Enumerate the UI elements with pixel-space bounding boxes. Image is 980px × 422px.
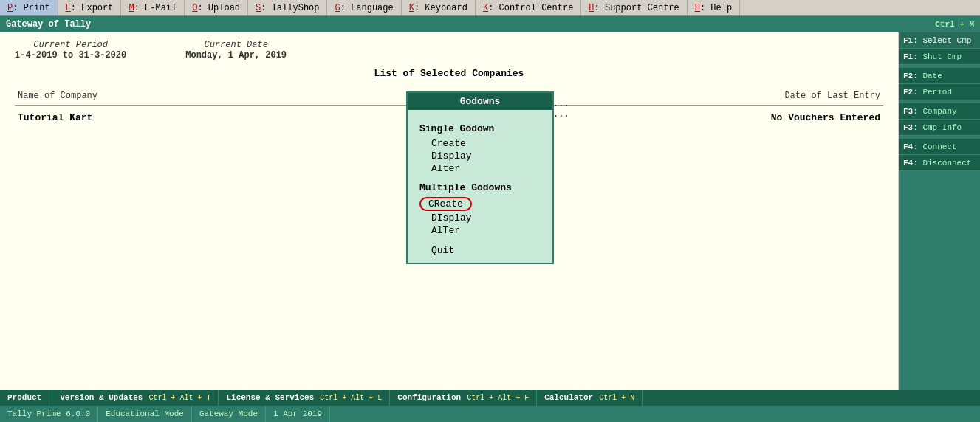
sidebar-btn-shut-cmp[interactable]: F1: Shut Cmp bbox=[899, 49, 980, 65]
bottom2-date: 1 Apr 2019 bbox=[266, 406, 330, 422]
multiple-godown-create[interactable]: CReate bbox=[419, 197, 472, 211]
multiple-godown-create-wrapper: CReate bbox=[419, 196, 541, 212]
left-content: Current Period 1-4-2019 to 31-3-2020 Cur… bbox=[0, 32, 899, 390]
menu-tallyshop[interactable]: S: TallyShop bbox=[248, 0, 327, 15]
menu-export[interactable]: E: Export bbox=[58, 0, 122, 15]
godowns-popup: Godowns Single Godown Create Display Alt… bbox=[406, 91, 554, 264]
sidebar-spacer bbox=[899, 171, 980, 390]
sidebar-btn-connect[interactable]: F4: Connect bbox=[899, 139, 980, 155]
gateway-title: Gateway of Tally bbox=[6, 19, 91, 30]
bottom-bar: Product Version & Updates Ctrl + Alt + T… bbox=[0, 390, 980, 406]
sidebar-btn-cmp-info[interactable]: F3: Cmp Info bbox=[899, 120, 980, 136]
bottom-version-updates[interactable]: Version & Updates Ctrl + Alt + T bbox=[52, 390, 219, 406]
sidebar-btn-disconnect[interactable]: F4: Disconnect bbox=[899, 155, 980, 171]
right-sidebar: F1: Select Cmp F1: Shut Cmp F2: Date F2:… bbox=[899, 32, 980, 390]
current-date-value: Monday, 1 Apr, 2019 bbox=[185, 50, 287, 60]
col-company-name: Name of Company bbox=[18, 91, 97, 101]
period-section: Current Period 1-4-2019 to 31-3-2020 Cur… bbox=[15, 40, 883, 60]
sidebar-btn-select-cmp[interactable]: F1: Select Cmp bbox=[899, 32, 980, 49]
multiple-godown-label: Multiple Godowns bbox=[419, 182, 541, 193]
bottom-product[interactable]: Product bbox=[0, 390, 52, 406]
bottom-bar2: Tally Prime 6.0.0 Educational Mode Gatew… bbox=[0, 406, 980, 422]
list-selected-companies-title: List of Selected Companies bbox=[15, 68, 883, 79]
menu-email[interactable]: M: E-Mail bbox=[121, 0, 185, 15]
menu-keyboard[interactable]: K: Keyboard bbox=[402, 0, 476, 15]
single-godown-alter[interactable]: Alter bbox=[419, 162, 541, 175]
sidebar-btn-company[interactable]: F3: Company bbox=[899, 103, 980, 120]
menu-print[interactable]: P: Print bbox=[0, 0, 58, 15]
bottom-configuration[interactable]: Configuration Ctrl + Alt + F bbox=[390, 390, 537, 406]
single-godown-label: Single Godown bbox=[419, 123, 541, 134]
single-godown-display[interactable]: Display bbox=[419, 150, 541, 162]
company-name: Tutorial Kart bbox=[18, 112, 92, 123]
godowns-title: Godowns bbox=[408, 93, 552, 110]
bottom-license-services[interactable]: License & Services Ctrl + Alt + L bbox=[219, 390, 390, 406]
godowns-body: Single Godown Create Display Alter Multi… bbox=[408, 110, 552, 263]
bottom2-educational-mode: Educational Mode bbox=[98, 406, 192, 422]
sidebar-btn-date[interactable]: F2: Date bbox=[899, 68, 980, 84]
menu-upload[interactable]: O: Upload bbox=[185, 0, 248, 15]
col-last-entry: Date of Last Entry bbox=[784, 91, 880, 101]
current-period-label: Current Period bbox=[15, 40, 126, 50]
quit-button[interactable]: Quit bbox=[431, 244, 541, 257]
menu-help[interactable]: H: Help bbox=[688, 0, 740, 15]
menu-language[interactable]: G: Language bbox=[327, 0, 401, 15]
current-period-block: Current Period 1-4-2019 to 31-3-2020 bbox=[15, 40, 126, 60]
company-last-entry: No Vouchers Entered bbox=[771, 112, 880, 123]
menu-support-centre[interactable]: H: Support Centre bbox=[581, 0, 687, 15]
multiple-godown-alter[interactable]: AlTer bbox=[419, 224, 541, 237]
bottom-calculator[interactable]: Calculator Ctrl + N bbox=[537, 390, 643, 406]
menu-control-centre[interactable]: K: Control Centre bbox=[476, 0, 581, 15]
bottom2-gateway-mode: Gateway Mode bbox=[192, 406, 266, 422]
single-godown-create[interactable]: Create bbox=[419, 137, 541, 150]
gateway-title-bar: Gateway of Tally Ctrl + M bbox=[0, 16, 980, 32]
bottom2-product-version: Tally Prime 6.0.0 bbox=[0, 406, 98, 422]
gateway-shortcut: Ctrl + M bbox=[935, 20, 974, 29]
current-date-label: Current Date bbox=[185, 40, 287, 50]
top-menu-bar: P: Print E: Export M: E-Mail O: Upload S… bbox=[0, 0, 980, 16]
current-period-value: 1-4-2019 to 31-3-2020 bbox=[15, 50, 126, 60]
quit-section: Quit bbox=[419, 244, 541, 257]
current-date-block: Current Date Monday, 1 Apr, 2019 bbox=[185, 40, 287, 60]
sidebar-btn-period[interactable]: F2: Period bbox=[899, 84, 980, 100]
multiple-godown-display[interactable]: DIsplay bbox=[419, 212, 541, 224]
main-layout: Current Period 1-4-2019 to 31-3-2020 Cur… bbox=[0, 32, 980, 390]
